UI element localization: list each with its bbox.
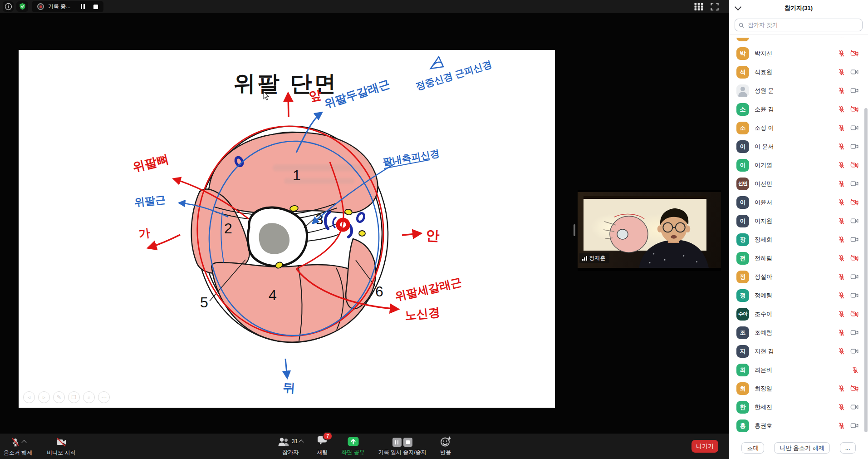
meeting-info-button[interactable] — [3, 1, 14, 12]
participant-status — [838, 180, 859, 188]
participant-search[interactable] — [735, 19, 863, 31]
recording-controls-button[interactable]: 기록 일시 중지/중지 — [378, 437, 427, 456]
participant-row[interactable]: 수아 조수아 — [729, 305, 868, 323]
label-5: 5 — [200, 294, 208, 311]
participant-name: 성원 문 — [755, 87, 838, 95]
participant-row[interactable]: 석 석효원 — [729, 63, 868, 81]
stop-recording-button-icon[interactable] — [403, 438, 412, 447]
participant-row[interactable]: 홍 홍권호 — [729, 416, 868, 435]
participants-more-button[interactable]: ... — [840, 442, 856, 454]
participants-chevron-icon[interactable] — [299, 439, 304, 444]
mic-muted-icon — [838, 198, 845, 207]
participant-row[interactable] — [729, 38, 868, 44]
annotation-back: 뒤 — [283, 380, 296, 395]
panel-collapse-handle[interactable] — [574, 224, 575, 236]
start-video-button[interactable]: 비디오 시작 — [47, 437, 75, 457]
participant-row[interactable]: 이 이기열 — [729, 156, 868, 174]
top-bar: 기록 중... — [0, 0, 729, 13]
participant-avatar — [736, 38, 749, 41]
participant-avatar: 홍 — [736, 420, 749, 432]
participant-row[interactable]: 최 최장일 — [729, 379, 868, 398]
participant-row[interactable]: 조 조예림 — [729, 323, 868, 342]
mic-muted-icon — [838, 422, 845, 430]
gallery-view-icon[interactable] — [694, 2, 704, 11]
annotation-nerves: 정중신경 근피신경 — [414, 59, 493, 92]
participant-row[interactable]: 최 최은비 — [729, 360, 868, 379]
annotation-triceps: 위팔세갈래근 — [394, 275, 463, 303]
fullscreen-icon[interactable] — [710, 2, 719, 11]
participant-name: 이지원 — [755, 217, 838, 225]
unmute-button[interactable]: 음소거 해제 — [4, 437, 32, 457]
participant-row[interactable]: 이 이윤서 — [729, 193, 868, 212]
share-screen-button[interactable]: 화면 공유 — [341, 437, 364, 456]
participant-avatar: 이 — [736, 159, 749, 172]
leave-button[interactable]: 나가기 — [691, 440, 718, 453]
mic-muted-icon — [838, 217, 845, 225]
prev-icon[interactable]: ◃ — [23, 391, 35, 403]
mic-muted-icon — [838, 87, 845, 95]
participant-row[interactable]: 지 지현 김 — [729, 342, 868, 360]
participant-row[interactable]: 전 전하림 — [729, 249, 868, 267]
more-icon[interactable]: ⋯ — [98, 391, 110, 403]
camera-status-icon — [850, 404, 859, 410]
invite-button[interactable]: 초대 — [741, 442, 764, 454]
camera-off-icon — [850, 385, 859, 392]
recording-label: 기록 중... — [48, 3, 74, 10]
camera-status-icon — [850, 348, 859, 355]
participant-avatar — [736, 84, 749, 97]
participant-row[interactable]: 장 장세희 — [729, 230, 868, 249]
next-icon[interactable]: ▹ — [38, 391, 50, 403]
participant-row[interactable]: 소 소윤 김 — [729, 100, 868, 118]
participants-button[interactable]: 31 참가자 — [278, 437, 303, 456]
participant-row[interactable]: 이 이 윤서 — [729, 137, 868, 156]
magnifier-icon[interactable]: ⌕ — [83, 391, 95, 403]
participant-search-input[interactable] — [747, 21, 858, 29]
participant-avatar: 지 — [736, 345, 749, 358]
participant-name: 최장일 — [755, 385, 838, 393]
participant-row[interactable]: 정 정예림 — [729, 286, 868, 305]
participant-avatar: 전 — [736, 252, 749, 265]
speaker-video[interactable]: 정재훈 — [578, 190, 721, 271]
participant-row[interactable]: 선민 이선민 — [729, 174, 868, 193]
pen-icon[interactable]: ✎ — [53, 391, 65, 403]
participant-row[interactable]: 박 박지선 — [729, 44, 868, 63]
participant-name: 조예림 — [755, 329, 838, 337]
unmute-me-only-button[interactable]: 나만 음소거 해제 — [774, 442, 829, 454]
slide-title: 위팔 단면 — [234, 71, 338, 95]
stop-recording-icon[interactable] — [93, 5, 98, 9]
participant-status — [838, 422, 859, 430]
participant-status — [838, 273, 859, 281]
slides-icon[interactable]: ❒ — [68, 391, 80, 403]
participant-avatar: 선민 — [736, 178, 749, 190]
participant-row[interactable]: 이 이지원 — [729, 212, 868, 230]
participant-name: 이선민 — [755, 180, 838, 188]
participant-status — [838, 68, 859, 76]
participants-list[interactable]: 박 박지선 석 석효원 성원 문 소 소윤 김 소 소정 이 이 이 윤서 이 … — [729, 38, 868, 437]
pause-recording-icon[interactable] — [81, 4, 85, 9]
mic-options-chevron-icon[interactable] — [21, 440, 26, 445]
search-icon — [739, 22, 744, 28]
participant-status — [838, 310, 859, 318]
camera-off-icon — [850, 162, 859, 168]
label-4: 4 — [269, 287, 277, 303]
participant-row[interactable]: 정 정설아 — [729, 267, 868, 286]
participant-name: 이기열 — [755, 161, 838, 169]
pause-recording-button-icon[interactable] — [392, 438, 402, 447]
participants-count: 31 — [292, 438, 298, 444]
mic-muted-icon — [851, 366, 859, 374]
participant-row[interactable]: 성원 문 — [729, 81, 868, 100]
mic-muted-icon — [838, 385, 845, 393]
mic-muted-icon — [10, 437, 20, 447]
participants-scrollbar[interactable] — [864, 108, 868, 432]
participant-status — [838, 254, 859, 262]
participants-icon — [278, 437, 290, 447]
chat-button[interactable]: 7 채팅 — [317, 437, 328, 456]
camera-off-icon — [55, 437, 67, 447]
participant-row[interactable]: 한 한세진 — [729, 398, 868, 416]
participant-name: 장세희 — [755, 236, 838, 244]
security-button[interactable] — [16, 1, 28, 12]
participant-avatar: 이 — [736, 140, 749, 153]
participant-row[interactable]: 소 소정 이 — [729, 118, 868, 137]
recording-dot-icon — [37, 3, 44, 10]
reactions-button[interactable]: 반응 — [440, 437, 451, 456]
